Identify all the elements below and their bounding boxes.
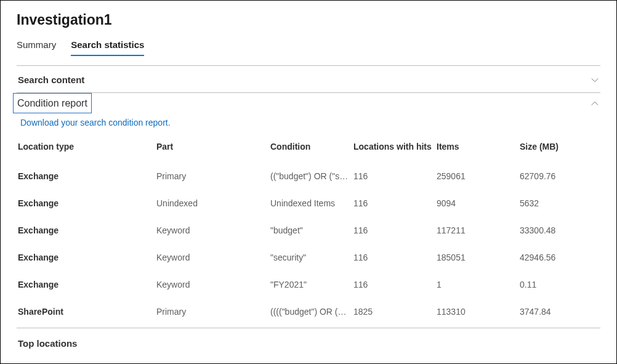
cell-condition: "budget" [269, 217, 352, 244]
table-row: ExchangeUnindexedUnindexed Items11690945… [17, 190, 600, 217]
table-row: ExchangeKeyword"budget"11611721133300.48 [17, 217, 600, 244]
table-row: ExchangePrimary(("budget") OR ("sec…1162… [17, 163, 600, 190]
cell-size: 42946.56 [518, 244, 600, 271]
cell-items: 117211 [435, 217, 518, 244]
cell-size: 33300.48 [518, 217, 600, 244]
cell-hits: 116 [352, 244, 435, 271]
table-row: SharePointPrimary(((("budget") OR ("se…1… [17, 298, 600, 325]
cell-part: Unindexed [155, 190, 269, 217]
cell-items: 259061 [435, 163, 518, 190]
col-location-type: Location type [17, 137, 155, 163]
col-size: Size (MB) [518, 137, 600, 163]
cell-part: Keyword [155, 244, 269, 271]
cell-items: 113310 [435, 298, 518, 325]
cell-hits: 116 [352, 271, 435, 298]
condition-report-table: Location type Part Condition Locations w… [17, 137, 600, 325]
col-condition: Condition [269, 137, 352, 163]
accordion-condition-report[interactable]: Condition report [13, 93, 92, 113]
cell-hits: 116 [352, 190, 435, 217]
col-locations-with-hits: Locations with hits [352, 137, 435, 163]
cell-part: Keyword [155, 217, 269, 244]
accordion-search-content-label: Search content [18, 75, 84, 85]
cell-condition: "security" [269, 244, 352, 271]
cell-location-type: Exchange [17, 163, 155, 190]
cell-location-type: Exchange [17, 217, 155, 244]
cell-part: Keyword [155, 271, 269, 298]
accordion-top-locations[interactable]: Top locations [17, 328, 600, 349]
cell-part: Primary [155, 163, 269, 190]
cell-location-type: Exchange [17, 271, 155, 298]
cell-items: 9094 [435, 190, 518, 217]
cell-hits: 116 [352, 217, 435, 244]
cell-location-type: Exchange [17, 190, 155, 217]
cell-condition: "FY2021" [269, 271, 352, 298]
table-row: ExchangeKeyword"FY2021"11610.11 [17, 271, 600, 298]
accordion-search-content[interactable]: Search content [17, 66, 600, 92]
cell-size: 3747.84 [518, 298, 600, 325]
cell-condition: (("budget") OR ("sec… [269, 163, 352, 190]
download-link[interactable]: Download your search condition report. [17, 113, 171, 127]
cell-location-type: SharePoint [17, 298, 155, 325]
chevron-down-icon [591, 76, 599, 84]
table-row: ExchangeKeyword"security"11618505142946.… [17, 244, 600, 271]
accordion-condition-report-label: Condition report [17, 98, 87, 108]
cell-hits: 1825 [352, 298, 435, 325]
col-items: Items [435, 137, 518, 163]
page-title: Investigation1 [17, 12, 600, 28]
cell-items: 1 [435, 271, 518, 298]
cell-size: 0.11 [518, 271, 600, 298]
cell-size: 62709.76 [518, 163, 600, 190]
cell-location-type: Exchange [17, 244, 155, 271]
tab-search-statistics[interactable]: Search statistics [71, 37, 144, 56]
cell-condition: (((("budget") OR ("se… [269, 298, 352, 325]
tab-summary[interactable]: Summary [17, 37, 56, 56]
cell-part: Primary [155, 298, 269, 325]
cell-size: 5632 [518, 190, 600, 217]
col-part: Part [155, 137, 269, 163]
cell-condition: Unindexed Items [269, 190, 352, 217]
tab-bar: Summary Search statistics [17, 37, 600, 57]
cell-hits: 116 [352, 163, 435, 190]
cell-items: 185051 [435, 244, 518, 271]
chevron-up-icon [591, 99, 599, 108]
table-header-row: Location type Part Condition Locations w… [17, 137, 600, 163]
